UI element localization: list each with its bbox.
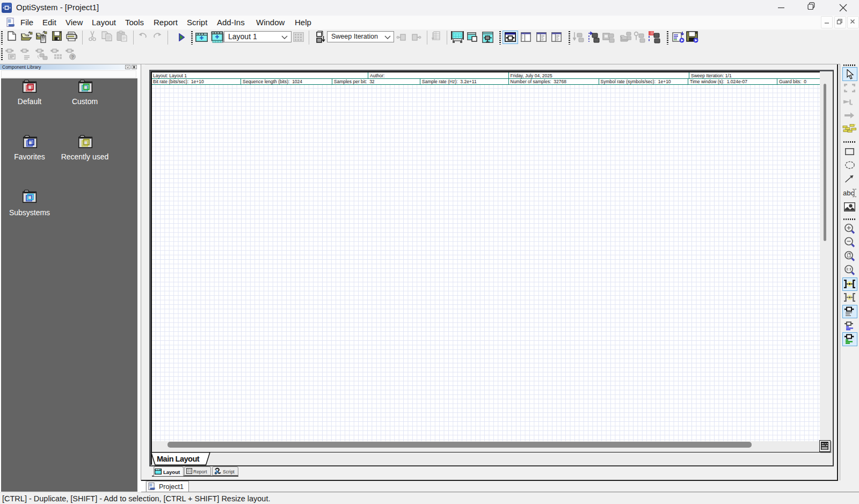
svg-text:?: ? xyxy=(71,54,75,60)
